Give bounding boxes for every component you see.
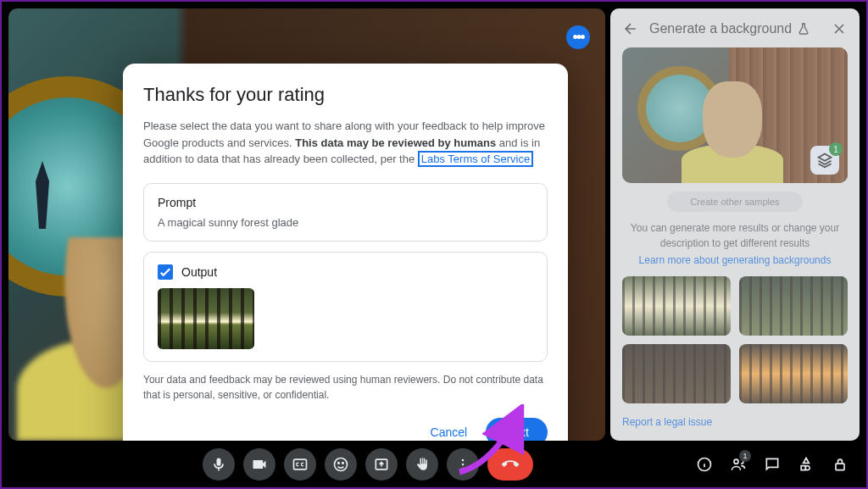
next-button[interactable]: Next	[486, 418, 548, 442]
svg-point-2	[338, 462, 340, 464]
svg-rect-0	[294, 459, 307, 470]
svg-point-9	[734, 459, 738, 464]
close-button[interactable]	[831, 20, 848, 37]
generate-background-panel: Generate a background 1 Create other sam…	[610, 8, 860, 441]
people-count-badge: 1	[739, 450, 751, 462]
present-icon	[373, 456, 390, 473]
more-horizontal-icon: •••	[573, 29, 584, 47]
prompt-card: Prompt A magical sunny forest glade	[143, 183, 548, 242]
reactions-button[interactable]	[325, 448, 357, 481]
hand-icon	[414, 456, 431, 473]
svg-point-5	[462, 458, 465, 461]
back-button[interactable]	[622, 20, 639, 37]
prompt-label: Prompt	[158, 196, 533, 209]
modal-disclaimer: Your data and feedback may be reviewed u…	[143, 372, 548, 403]
svg-point-1	[335, 458, 348, 470]
phone-icon	[498, 452, 522, 475]
svg-point-3	[342, 462, 344, 464]
lock-icon	[832, 456, 849, 473]
cancel-button[interactable]: Cancel	[419, 419, 480, 442]
raise-hand-button[interactable]	[406, 448, 438, 481]
people-button[interactable]: 1	[729, 455, 748, 474]
output-checkbox[interactable]	[158, 264, 173, 280]
captions-button[interactable]	[284, 448, 316, 481]
background-thumb-1[interactable]	[622, 276, 731, 336]
info-icon	[696, 456, 713, 473]
svg-rect-10	[836, 464, 844, 470]
shapes-icon	[798, 456, 815, 473]
generate-hint: You can generate more results or change …	[622, 220, 848, 251]
modal-title: Thanks for your rating	[143, 84, 548, 106]
camera-button[interactable]	[243, 448, 275, 481]
layers-button[interactable]: 1	[810, 146, 839, 175]
svg-point-7	[462, 467, 465, 470]
panel-title: Generate a background	[649, 21, 821, 36]
modal-actions: Cancel Next	[143, 418, 548, 442]
more-options-button[interactable]	[447, 448, 479, 481]
background-thumb-3[interactable]	[622, 344, 731, 403]
activities-button[interactable]	[797, 455, 815, 474]
arrow-left-icon	[622, 20, 639, 37]
create-other-samples-button[interactable]: Create other samples	[667, 192, 803, 212]
output-card: Output	[143, 252, 548, 362]
video-tile: ••• Thanks for your rating Please select…	[8, 8, 605, 441]
mic-button[interactable]	[203, 448, 235, 481]
camera-icon	[251, 456, 268, 473]
more-vertical-icon	[454, 456, 471, 473]
chat-button[interactable]	[763, 455, 782, 474]
background-thumb-4[interactable]	[739, 344, 848, 403]
emoji-icon	[332, 456, 349, 473]
end-call-button[interactable]	[487, 448, 533, 481]
layer-count-badge: 1	[829, 142, 843, 156]
output-thumbnail	[158, 288, 254, 349]
info-button[interactable]	[695, 455, 714, 474]
mic-icon	[210, 456, 227, 473]
rating-modal: Thanks for your rating Please select the…	[123, 64, 568, 441]
background-thumb-2[interactable]	[739, 276, 848, 336]
call-toolbar: 1	[2, 441, 866, 487]
learn-more-link[interactable]: Learn more about generating backgrounds	[622, 254, 848, 266]
background-suggestions	[622, 276, 848, 403]
modal-description: Please select the data you want to share…	[143, 118, 548, 168]
check-icon	[158, 264, 173, 281]
chat-icon	[764, 456, 781, 473]
labs-tos-link[interactable]: Labs Terms of Service	[418, 151, 533, 167]
host-controls-button[interactable]	[831, 455, 849, 474]
report-legal-link[interactable]: Report a legal issue	[622, 416, 712, 428]
present-button[interactable]	[365, 448, 398, 481]
background-preview: 1	[622, 47, 848, 183]
prompt-value: A magical sunny forest glade	[158, 216, 533, 229]
flask-icon	[797, 22, 810, 36]
tile-more-button[interactable]: •••	[566, 25, 590, 49]
close-icon	[831, 20, 848, 37]
output-label: Output	[181, 265, 217, 279]
svg-point-6	[462, 463, 465, 465]
cc-icon	[292, 456, 309, 473]
